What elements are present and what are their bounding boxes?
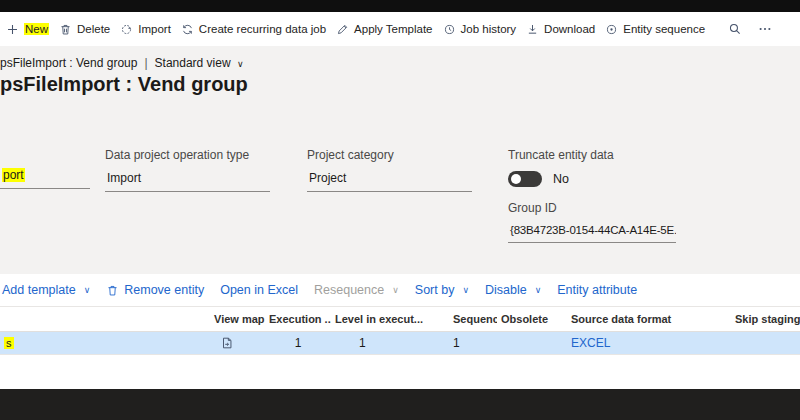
col-skip-staging-label: Skip staging <box>735 313 800 325</box>
history-icon <box>443 23 456 36</box>
content-area: psFileImport : Vend group | Standard vie… <box>0 46 800 389</box>
sequence-cell: 1 <box>449 336 497 350</box>
entity-sequence-button[interactable]: Entity sequence <box>605 23 705 36</box>
cut-field-input[interactable]: port <box>0 166 90 189</box>
col-level[interactable]: Level in execut... <box>331 313 449 325</box>
new-button[interactable]: New <box>6 23 49 36</box>
remove-entity-label: Remove entity <box>124 283 204 297</box>
project-category-field: Project category Project <box>307 148 472 192</box>
breadcrumb-label: psFileImport : Vend group <box>0 56 137 70</box>
col-level-label: Level in execut... <box>335 313 423 325</box>
chevron-down-icon: ∨ <box>535 286 542 295</box>
level-cell: 1 <box>331 336 449 350</box>
toggle-knob-icon <box>511 174 521 184</box>
operation-type-label: Data project operation type <box>105 148 270 162</box>
entity-name-fragment: s <box>4 337 14 349</box>
operation-type-input[interactable]: Import <box>105 169 270 192</box>
truncate-toggle[interactable] <box>508 171 542 187</box>
col-view-map-label: View map <box>214 313 265 325</box>
create-recurring-data-job-button[interactable]: Create recurring data job <box>181 23 326 36</box>
sort-by-label: Sort by <box>415 283 455 297</box>
grid-header: View map Execution ...↑ Level in execut.… <box>0 306 800 332</box>
truncate-toggle-value: No <box>553 172 569 186</box>
command-bar: New Delete Import Create recurring data … <box>0 12 800 46</box>
entity-attribute-label: Entity attribute <box>557 283 637 297</box>
plus-icon <box>6 23 19 36</box>
col-skip-staging[interactable]: Skip staging <box>731 313 800 325</box>
col-view-map[interactable]: View map <box>210 313 265 325</box>
job-history-button[interactable]: Job history <box>443 23 517 36</box>
recurring-job-icon <box>181 23 194 36</box>
cut-field-value: port <box>2 168 25 182</box>
trash-icon <box>59 23 72 36</box>
view-map-icon[interactable] <box>214 336 261 350</box>
job-history-label: Job history <box>461 23 517 35</box>
entity-attribute-button[interactable]: Entity attribute <box>557 283 637 297</box>
execution-cell: 1 <box>265 336 331 350</box>
project-category-label: Project category <box>307 148 472 162</box>
operation-type-field: Data project operation type Import <box>105 148 270 192</box>
execution-value: 1 <box>295 336 302 350</box>
entities-panel: Add template ∨ Remove entity Open in Exc… <box>0 274 800 389</box>
entity-action-bar: Add template ∨ Remove entity Open in Exc… <box>0 274 800 304</box>
chevron-down-icon: ∨ <box>462 286 469 295</box>
apply-template-label: Apply Template <box>354 23 432 35</box>
disable-label: Disable <box>485 283 527 297</box>
breadcrumb: psFileImport : Vend group | Standard vie… <box>0 56 244 70</box>
entity-row-name-cell: s <box>0 336 210 350</box>
level-value: 1 <box>359 336 366 350</box>
col-obsolete[interactable]: Obsolete <box>497 313 567 325</box>
new-button-label: New <box>24 23 49 35</box>
pencil-icon <box>336 23 349 36</box>
delete-button-label: Delete <box>77 23 110 35</box>
truncate-entity-data-label: Truncate entity data <box>508 148 614 162</box>
sequence-icon <box>605 23 618 36</box>
chevron-down-icon: ∨ <box>84 286 91 295</box>
more-icon[interactable] <box>755 22 775 36</box>
sort-by-button[interactable]: Sort by ∨ <box>415 283 469 297</box>
group-id-input[interactable]: {83B4723B-0154-44CA-A14E-5E... <box>508 222 676 243</box>
resequence-label: Resequence <box>314 283 384 297</box>
source-format-link[interactable]: EXCEL <box>571 336 610 350</box>
view-selector-label: Standard view <box>155 56 231 70</box>
group-id-field: Group ID {83B4723B-0154-44CA-A14E-5E... <box>508 201 676 243</box>
view-map-cell <box>210 336 265 350</box>
truncate-toggle-row: No <box>508 171 614 187</box>
col-sequence-label: Sequence <box>453 313 497 325</box>
col-source-data-format-label: Source data format <box>571 313 671 325</box>
col-sequence[interactable]: Sequence <box>449 313 497 325</box>
app-window: New Delete Import Create recurring data … <box>0 0 800 420</box>
page-title: psFileImport : Vend group <box>0 73 248 96</box>
create-recurring-data-job-label: Create recurring data job <box>199 23 326 35</box>
chevron-down-icon: ∨ <box>392 286 399 295</box>
open-in-excel-label: Open in Excel <box>220 283 298 297</box>
delete-button[interactable]: Delete <box>59 23 110 36</box>
import-icon <box>120 23 133 36</box>
add-template-label: Add template <box>2 283 76 297</box>
search-icon[interactable] <box>725 22 745 36</box>
bottom-system-bar <box>0 389 800 420</box>
top-system-bar <box>0 0 800 12</box>
source-format-cell: EXCEL <box>567 336 731 350</box>
view-selector[interactable]: Standard view ∨ <box>155 56 244 70</box>
add-template-button[interactable]: Add template ∨ <box>2 283 90 297</box>
download-icon <box>526 23 539 36</box>
open-in-excel-button[interactable]: Open in Excel <box>220 283 298 297</box>
group-id-label: Group ID <box>508 201 676 215</box>
col-execution-label: Execution ... <box>269 313 331 325</box>
entity-sequence-label: Entity sequence <box>623 23 705 35</box>
download-button[interactable]: Download <box>526 23 595 36</box>
disable-button[interactable]: Disable ∨ <box>485 283 541 297</box>
download-label: Download <box>544 23 595 35</box>
project-category-input[interactable]: Project <box>307 169 472 192</box>
cut-field[interactable]: port <box>0 166 90 189</box>
apply-template-button[interactable]: Apply Template <box>336 23 432 36</box>
col-obsolete-label: Obsolete <box>501 313 548 325</box>
sequence-value: 1 <box>453 336 460 350</box>
remove-entity-button[interactable]: Remove entity <box>106 283 204 297</box>
import-button[interactable]: Import <box>120 23 171 36</box>
col-source-data-format[interactable]: Source data format <box>567 313 731 325</box>
resequence-button[interactable]: Resequence ∨ <box>314 283 399 297</box>
entity-row-selected[interactable]: s 1 1 1 EXCEL <box>0 332 800 355</box>
col-execution[interactable]: Execution ...↑ <box>265 313 331 325</box>
